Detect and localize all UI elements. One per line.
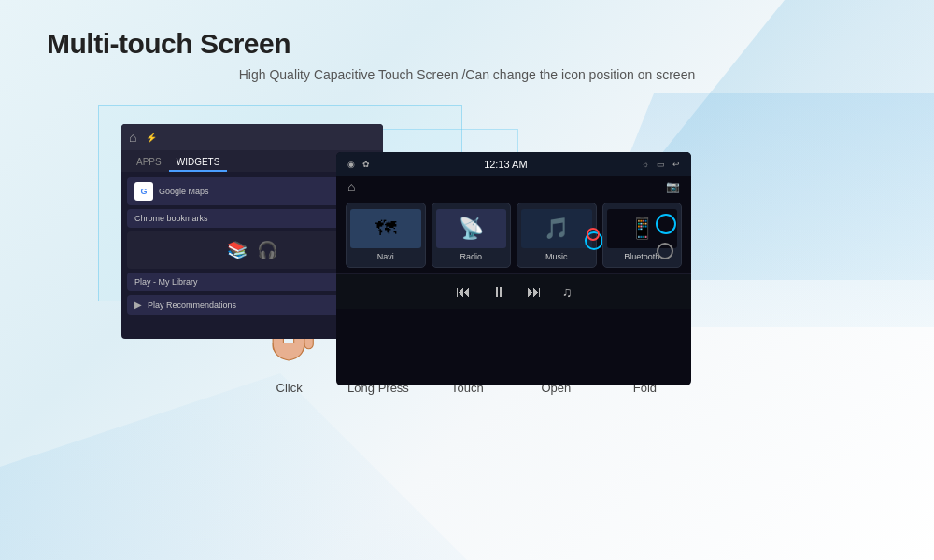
circle-gray	[657, 243, 673, 259]
car-time: 12:13 AM	[484, 159, 527, 170]
car-nav-grid: 🗺 Navi 📡 Radio 🎵 Music	[336, 197, 691, 273]
car-home-row: ⌂ 📷	[336, 176, 691, 197]
car-nav-radio[interactable]: 📡 Radio	[432, 203, 512, 268]
radio-label: Radio	[436, 252, 507, 261]
car-screen: ◉ ✿ 12:13 AM ☼ ▭ ↩ ⌂ 📷 🗺 Navi	[336, 152, 691, 385]
page-title: Multi-touch Screen	[47, 28, 887, 60]
play-icon: ▶	[134, 300, 142, 310]
prev-track-btn[interactable]: ⏮	[456, 284, 471, 301]
car-camera-icon: 📷	[666, 180, 680, 193]
widgets-tab[interactable]: WIDGETS	[169, 154, 228, 172]
car-battery-icon: ▭	[657, 160, 665, 169]
recommend-label: Play Recommendations	[148, 301, 236, 310]
navi-label: Navi	[350, 252, 421, 261]
next-track-btn[interactable]: ⏭	[527, 284, 542, 301]
circle-blue-2	[656, 214, 676, 234]
maps-icon: G	[134, 182, 153, 201]
play-label: Play - My Library	[134, 277, 198, 287]
car-topbar: ◉ ✿ 12:13 AM ☼ ▭ ↩	[336, 152, 691, 176]
main-content: Multi-touch Screen High Quality Capaciti…	[0, 0, 934, 413]
radio-thumb: 📡	[436, 209, 507, 248]
play-pause-btn[interactable]: ⏸	[491, 284, 506, 301]
android-topbar: ⌂ ⚡	[121, 124, 383, 150]
navi-thumb: 🗺	[350, 209, 421, 248]
music-note-btn[interactable]: ♫	[562, 285, 573, 300]
car-back-icon: ↩	[672, 160, 680, 169]
apps-tab[interactable]: APPS	[129, 154, 169, 172]
car-gps-icon: ◉	[347, 160, 355, 169]
music-thumb: 🎵	[521, 209, 592, 248]
car-nav-music[interactable]: 🎵 Music	[517, 203, 597, 268]
circle-red	[587, 228, 600, 241]
chrome-label: Chrome bookmarks	[134, 214, 208, 223]
car-nav-navi[interactable]: 🗺 Navi	[346, 203, 426, 268]
music-label: Music	[521, 252, 592, 261]
car-sun-icon: ☼	[642, 160, 649, 169]
car-controls: ⏮ ⏸ ⏭ ♫	[336, 273, 691, 309]
car-bt-icon: ✿	[362, 160, 370, 169]
car-home-icon: ⌂	[347, 179, 355, 194]
click-label: Click	[276, 381, 303, 395]
maps-label: Google Maps	[159, 187, 209, 196]
car-nav-bluetooth[interactable]: 📱 Bluetooth	[602, 203, 683, 268]
page-subtitle: High Quality Capacitive Touch Screen /Ca…	[47, 67, 887, 82]
